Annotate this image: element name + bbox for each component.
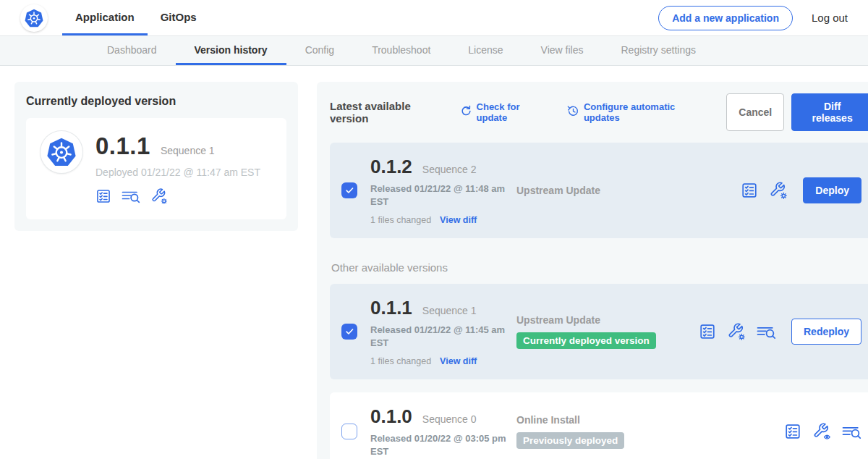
deployed-sequence-label: Sequence 1 xyxy=(161,145,215,156)
version-number: 0.1.1 xyxy=(370,297,412,319)
version-checkbox[interactable] xyxy=(341,324,357,340)
preflight-checklist-icon[interactable] xyxy=(699,323,716,340)
released-timestamp: Released 01/21/22 @ 11:48 am EST xyxy=(370,182,508,208)
deploy-logs-icon[interactable] xyxy=(757,324,776,340)
subnav-view-files[interactable]: View files xyxy=(522,36,603,65)
app-subnav: Dashboard Version history Config Trouble… xyxy=(0,36,868,66)
view-config-icon[interactable] xyxy=(812,422,831,441)
version-source-label: Online Install xyxy=(516,414,699,426)
refresh-icon xyxy=(460,105,472,119)
deploy-logs-icon[interactable] xyxy=(122,188,140,204)
diff-releases-button[interactable]: Diff releases xyxy=(791,93,868,131)
edit-config-icon[interactable] xyxy=(150,188,168,205)
version-row-0-1-2: 0.1.2 Sequence 2 Released 01/21/22 @ 11:… xyxy=(330,143,868,238)
deploy-button[interactable]: Deploy xyxy=(803,177,861,203)
edit-config-icon[interactable] xyxy=(727,322,746,341)
configure-automatic-updates-link[interactable]: Configure automatic updates xyxy=(567,101,710,123)
edit-config-icon[interactable] xyxy=(769,181,788,200)
version-checkbox[interactable] xyxy=(341,424,357,439)
clock-refresh-icon xyxy=(567,105,579,119)
version-number: 0.1.2 xyxy=(370,156,412,178)
logout-button[interactable]: Log out xyxy=(812,12,848,24)
version-source-label: Upstream Update xyxy=(516,314,699,326)
deployed-timestamp: Deployed 01/21/22 @ 11:47 am EST xyxy=(95,167,260,178)
view-diff-link[interactable]: View diff xyxy=(440,356,477,366)
files-changed-label: 1 files changed xyxy=(370,356,431,366)
sequence-label: Sequence 0 xyxy=(422,413,477,425)
currently-deployed-title: Currently deployed version xyxy=(26,95,286,108)
version-source-label: Upstream Update xyxy=(516,185,699,196)
tab-application[interactable]: Application xyxy=(62,0,148,35)
app-tabs: Application GitOps xyxy=(62,0,210,35)
version-row-0-1-0: 0.1.0 Sequence 0 Released 01/20/22 @ 03:… xyxy=(330,392,868,459)
deployed-version-card: 0.1.1 Sequence 1 Deployed 01/21/22 @ 11:… xyxy=(26,118,286,219)
subnav-registry-settings[interactable]: Registry settings xyxy=(602,36,714,65)
preflight-checklist-icon[interactable] xyxy=(95,188,111,204)
previously-deployed-badge: Previously deployed xyxy=(516,432,624,449)
version-number: 0.1.0 xyxy=(370,405,412,428)
deploy-logs-icon[interactable] xyxy=(842,424,861,440)
subnav-dashboard[interactable]: Dashboard xyxy=(88,36,176,65)
latest-available-title: Latest available version xyxy=(330,100,450,125)
deployed-version-number: 0.1.1 xyxy=(95,132,150,160)
preflight-checklist-icon[interactable] xyxy=(784,423,801,440)
subnav-license[interactable]: License xyxy=(449,36,522,65)
subnav-config[interactable]: Config xyxy=(286,36,353,65)
cancel-button[interactable]: Cancel xyxy=(726,93,784,131)
currently-deployed-badge: Currently deployed version xyxy=(516,332,656,349)
check-for-update-link[interactable]: Check for update xyxy=(460,101,551,123)
version-row-0-1-1: 0.1.1 Sequence 1 Released 01/21/22 @ 11:… xyxy=(330,284,868,379)
top-header: Application GitOps Add a new application… xyxy=(0,0,868,36)
sequence-label: Sequence 1 xyxy=(422,305,477,316)
files-changed-label: 1 files changed xyxy=(370,215,431,225)
other-available-versions-title: Other available versions xyxy=(331,261,868,274)
released-timestamp: Released 01/21/22 @ 11:45 am EST xyxy=(370,324,508,349)
kubernetes-logo xyxy=(20,4,48,32)
redeploy-button[interactable]: Redeploy xyxy=(791,319,861,345)
tab-gitops[interactable]: GitOps xyxy=(148,0,210,35)
app-icon xyxy=(41,131,82,173)
version-history-panel: Latest available version Check for updat… xyxy=(317,82,868,459)
preflight-checklist-icon[interactable] xyxy=(741,182,758,199)
sequence-label: Sequence 2 xyxy=(422,164,477,175)
subnav-troubleshoot[interactable]: Troubleshoot xyxy=(353,36,449,65)
add-new-application-button[interactable]: Add a new application xyxy=(658,6,793,30)
released-timestamp: Released 01/20/22 @ 03:05 pm EST xyxy=(370,432,508,458)
version-checkbox[interactable] xyxy=(341,182,357,198)
view-diff-link[interactable]: View diff xyxy=(440,215,477,225)
currently-deployed-panel: Currently deployed version 0.1.1 Sequenc… xyxy=(14,82,298,231)
subnav-version-history[interactable]: Version history xyxy=(176,36,286,65)
